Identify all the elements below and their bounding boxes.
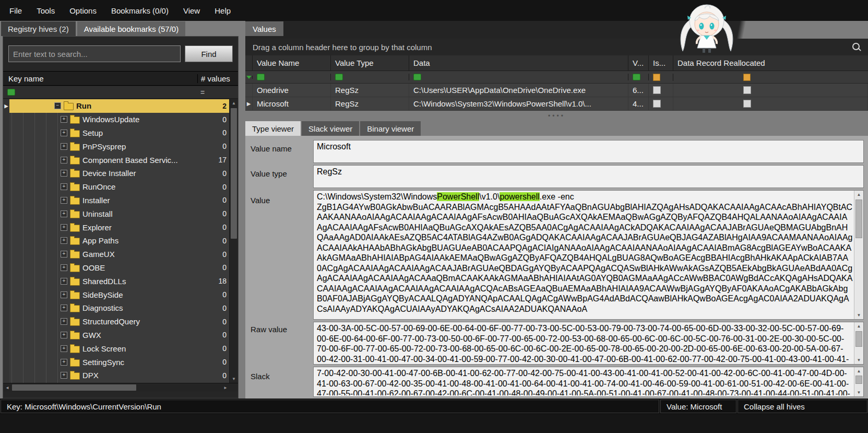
- scroll-up-icon[interactable]: ▲: [854, 191, 863, 198]
- tab-type-viewer[interactable]: Type viewer: [245, 121, 301, 136]
- menu-options[interactable]: Options: [62, 0, 104, 21]
- tab-registry-hives[interactable]: Registry hives (2): [1, 21, 76, 36]
- expander-icon[interactable]: +: [61, 318, 67, 325]
- scroll-up-icon[interactable]: ▲: [854, 367, 863, 375]
- search-icon[interactable]: [852, 43, 860, 50]
- scroll-thumb[interactable]: [855, 376, 862, 384]
- menu-file[interactable]: File: [2, 0, 29, 21]
- expander-icon[interactable]: −: [54, 102, 61, 109]
- values-row-microsoft[interactable]: ▶ Microsoft RegSz C:\Windows\System32\Wi…: [245, 97, 868, 111]
- tab-binary-viewer[interactable]: Binary viewer: [360, 121, 421, 136]
- expander-icon[interactable]: +: [61, 237, 67, 244]
- search-input[interactable]: [8, 45, 181, 62]
- expander-icon[interactable]: +: [61, 210, 67, 217]
- filter-icon[interactable]: [335, 74, 343, 80]
- tree-row[interactable]: +PnPSysprep0: [3, 139, 238, 153]
- menu-tools[interactable]: Tools: [29, 0, 62, 21]
- expander-icon[interactable]: +: [61, 224, 67, 231]
- scroll-down-icon[interactable]: ▼: [854, 356, 863, 364]
- tree-row[interactable]: +WindowsUpdate0: [3, 113, 238, 126]
- tree-row[interactable]: +DPX0: [3, 369, 238, 382]
- tree-filter-row[interactable]: =: [3, 86, 238, 99]
- tree-row[interactable]: +Setup0: [3, 126, 238, 140]
- tree-row[interactable]: +Uninstall0: [3, 207, 238, 220]
- expander-icon[interactable]: +: [61, 116, 67, 123]
- tree-row[interactable]: +SharedDLLs18: [3, 274, 238, 288]
- scroll-down-icon[interactable]: ▼: [854, 389, 863, 396]
- tree-row[interactable]: +Device Installer0: [3, 167, 238, 180]
- tree-row[interactable]: +SideBySide0: [3, 288, 238, 301]
- tree-row[interactable]: +Lock Screen0: [3, 342, 238, 355]
- tree-row[interactable]: +Explorer0: [3, 220, 238, 234]
- scroll-thumb[interactable]: [855, 331, 862, 347]
- tab-slack-viewer[interactable]: Slack viewer: [302, 121, 359, 136]
- filter-operator[interactable]: =: [197, 88, 238, 97]
- tree-row-run[interactable]: ▶−Run2: [3, 99, 238, 113]
- column-value-name[interactable]: Value Name: [253, 55, 331, 71]
- column-value-type[interactable]: Value Type: [331, 55, 409, 71]
- expander-icon[interactable]: +: [61, 197, 67, 204]
- scroll-right-icon[interactable]: ►: [221, 385, 230, 390]
- scroll-down-icon[interactable]: ▼: [230, 375, 238, 383]
- column-v[interactable]: V...: [628, 55, 649, 71]
- data-record-reallocated-checkbox[interactable]: [743, 86, 751, 94]
- expander-icon[interactable]: +: [61, 183, 67, 190]
- values-filter-row[interactable]: [245, 71, 868, 84]
- column-num-values[interactable]: # values: [197, 74, 238, 83]
- raw-value-scrollbar[interactable]: ▲ ▼: [854, 322, 863, 364]
- scroll-up-icon[interactable]: ▲: [230, 99, 238, 107]
- tree-row[interactable]: +RunOnce0: [3, 180, 238, 194]
- expander-icon[interactable]: +: [61, 157, 67, 163]
- menu-bookmarks[interactable]: Bookmarks (0/0): [104, 0, 176, 21]
- tree-row[interactable]: +StructuredQuery0: [3, 315, 238, 329]
- filter-icon[interactable]: [413, 74, 421, 80]
- expander-icon[interactable]: +: [61, 359, 67, 366]
- tree-row[interactable]: +Installer0: [3, 194, 238, 207]
- column-is[interactable]: Is...: [649, 55, 673, 71]
- expander-icon[interactable]: +: [61, 170, 67, 177]
- scroll-left-icon[interactable]: ◄: [3, 385, 11, 390]
- tree-horizontal-scrollbar[interactable]: ◄ ►: [3, 383, 238, 392]
- is-deleted-checkbox[interactable]: [653, 86, 661, 94]
- expander-icon[interactable]: +: [61, 345, 67, 352]
- tree-row[interactable]: +App Paths0: [3, 234, 238, 248]
- expander-icon[interactable]: +: [61, 264, 67, 271]
- tree-row[interactable]: +OOBE0: [3, 261, 238, 275]
- tree-row[interactable]: +GWX0: [3, 329, 238, 342]
- scroll-down-icon[interactable]: ▼: [854, 311, 863, 319]
- scroll-up-icon[interactable]: ▲: [854, 322, 863, 330]
- filter-icon[interactable]: [7, 89, 15, 96]
- expander-icon[interactable]: +: [61, 251, 67, 258]
- values-row-onedrive[interactable]: Onedrive RegSz C:\Users\USER\AppData\One…: [245, 84, 868, 97]
- tab-values[interactable]: Values: [245, 21, 283, 36]
- tree-vertical-scrollbar[interactable]: ▲ ▼: [229, 99, 238, 383]
- tab-available-bookmarks[interactable]: Available bookmarks (57/0): [77, 21, 185, 36]
- slack-scrollbar[interactable]: ▲ ▼: [854, 367, 863, 396]
- filter-icon[interactable]: [257, 74, 265, 80]
- tree-row[interactable]: +SettingSync0: [3, 355, 238, 369]
- find-button[interactable]: Find: [185, 45, 233, 62]
- column-key-name[interactable]: Key name: [3, 74, 197, 83]
- expander-icon[interactable]: +: [61, 305, 67, 311]
- tree-row[interactable]: +GameUX0: [3, 248, 238, 261]
- expander-icon[interactable]: +: [61, 143, 67, 150]
- panel-splitter[interactable]: ••••: [245, 111, 868, 121]
- is-deleted-checkbox[interactable]: [653, 100, 661, 108]
- expander-icon[interactable]: +: [61, 130, 67, 136]
- filter-checkbox-icon[interactable]: [653, 74, 660, 81]
- filter-checkbox-icon[interactable]: [743, 74, 751, 81]
- expander-icon[interactable]: +: [61, 291, 67, 298]
- menu-help[interactable]: Help: [207, 0, 238, 21]
- expander-icon[interactable]: +: [61, 372, 67, 379]
- scroll-thumb[interactable]: [12, 384, 136, 391]
- scroll-thumb[interactable]: [231, 108, 237, 239]
- expander-icon[interactable]: +: [61, 332, 67, 338]
- expander-icon[interactable]: +: [61, 278, 67, 285]
- value-scrollbar[interactable]: ▲ ▼: [854, 191, 863, 319]
- menu-view[interactable]: View: [176, 0, 207, 21]
- data-record-reallocated-checkbox[interactable]: [743, 100, 751, 108]
- scroll-thumb[interactable]: [855, 200, 862, 238]
- filter-funnel-icon[interactable]: [246, 76, 252, 79]
- collapse-all-hives-button[interactable]: Collapse all hives: [738, 400, 867, 413]
- tree-row[interactable]: +Component Based Servic...17: [3, 153, 238, 167]
